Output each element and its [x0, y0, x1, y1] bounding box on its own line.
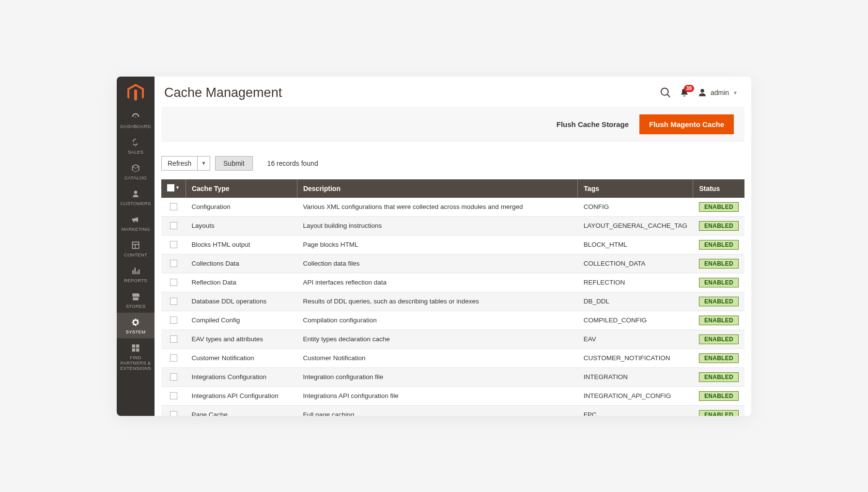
cell-cache-type: Page Cache — [186, 405, 297, 416]
sidebar-item-dashboard[interactable]: DASHBOARD — [117, 107, 155, 133]
cell-tags: INTEGRATION — [578, 367, 693, 386]
cell-cache-type: Integrations Configuration — [186, 367, 297, 386]
status-badge: ENABLED — [699, 372, 739, 382]
sidebar-item-sales[interactable]: SALES — [117, 133, 155, 159]
row-checkbox[interactable] — [170, 279, 177, 286]
sidebar-item-customers[interactable]: CUSTOMERS — [117, 184, 155, 210]
sidebar-item-stores[interactable]: STORES — [117, 287, 155, 313]
status-badge: ENABLED — [699, 259, 739, 269]
row-checkbox[interactable] — [170, 335, 177, 343]
cell-description: Integration configuration file — [297, 367, 577, 386]
cell-description: Collection data files — [297, 254, 577, 273]
row-checkbox[interactable] — [170, 260, 177, 267]
sidebar-item-label: SYSTEM — [119, 329, 153, 334]
cell-cache-type: Blocks HTML output — [186, 235, 297, 254]
cell-description: Full page caching — [297, 405, 577, 416]
sidebar-item-label: CONTENT — [119, 252, 153, 257]
select-all-checkbox[interactable] — [167, 184, 174, 191]
col-header-tags[interactable]: Tags — [578, 179, 693, 198]
cell-tags: REFLECTION — [578, 273, 693, 292]
magento-logo-icon — [127, 84, 144, 102]
sidebar-item-content[interactable]: CONTENT — [117, 236, 155, 261]
row-checkbox[interactable] — [170, 411, 177, 415]
sidebar-item-system[interactable]: SYSTEM — [117, 313, 155, 338]
cell-cache-type: Reflection Data — [186, 273, 297, 292]
col-header-description[interactable]: Description — [297, 179, 577, 198]
sidebar-item-marketing[interactable]: MARKETING — [117, 210, 155, 236]
chevron-down-icon[interactable]: ▼ — [198, 156, 210, 171]
cell-cache-type: Customer Notification — [186, 349, 297, 367]
cell-description: Integrations API configuration file — [297, 386, 577, 405]
cache-table-wrap: ▼ Cache Type Description Tags Status Con… — [155, 179, 751, 416]
table-row[interactable]: ConfigurationVarious XML configurations … — [161, 198, 744, 217]
cell-tags: COLLECTION_DATA — [578, 254, 693, 273]
row-checkbox[interactable] — [170, 373, 177, 381]
mass-action-select[interactable]: Refresh ▼ — [161, 156, 210, 171]
page-header: Cache Management 39 admin ▼ — [155, 77, 751, 107]
cell-tags: CONFIG — [578, 198, 693, 217]
mass-action-label[interactable]: Refresh — [161, 156, 198, 171]
table-row[interactable]: Customer NotificationCustomer Notificati… — [161, 349, 744, 367]
cell-tags: FPC — [578, 405, 693, 416]
table-row[interactable]: Page CacheFull page cachingFPCENABLED — [161, 405, 744, 416]
flush-cache-storage-button[interactable]: Flush Cache Storage — [557, 120, 629, 128]
header-actions: 39 admin ▼ — [660, 87, 738, 98]
table-row[interactable]: Blocks HTML outputPage blocks HTMLBLOCK_… — [161, 235, 744, 254]
table-row[interactable]: Integrations API ConfigurationIntegratio… — [161, 386, 744, 405]
cell-description: Entity types declaration cache — [297, 330, 577, 349]
cell-description: Customer Notification — [297, 349, 577, 367]
sidebar-item-reports[interactable]: REPORTS — [117, 261, 155, 287]
bars-icon — [131, 266, 140, 276]
flush-magento-cache-button[interactable]: Flush Magento Cache — [639, 114, 734, 134]
row-checkbox[interactable] — [170, 354, 177, 362]
sidebar-item-find-partners-extensions[interactable]: FIND PARTNERS & EXTENSIONS — [117, 338, 155, 375]
magento-logo[interactable] — [127, 77, 144, 107]
sidebar-item-label: REPORTS — [119, 278, 153, 283]
action-bar: Flush Cache Storage Flush Magento Cache — [161, 107, 744, 142]
col-header-type[interactable]: Cache Type — [186, 179, 297, 198]
notification-count: 39 — [684, 85, 694, 92]
status-badge: ENABLED — [699, 353, 739, 363]
megaphone-icon — [131, 215, 140, 224]
row-checkbox[interactable] — [170, 392, 177, 399]
gauge-icon — [131, 112, 140, 122]
sidebar-item-label: CUSTOMERS — [119, 201, 153, 206]
status-badge: ENABLED — [699, 297, 739, 306]
row-checkbox[interactable] — [170, 203, 177, 210]
col-header-status[interactable]: Status — [693, 179, 744, 198]
submit-button[interactable]: Submit — [215, 156, 253, 171]
user-menu[interactable]: admin ▼ — [698, 88, 738, 97]
app-frame: DASHBOARDSALESCATALOGCUSTOMERSMARKETINGC… — [117, 77, 751, 416]
cell-tags: EAV — [578, 330, 693, 349]
cell-cache-type: Compiled Config — [186, 311, 297, 330]
row-checkbox[interactable] — [170, 241, 177, 248]
status-badge: ENABLED — [699, 410, 739, 416]
cell-description: Various XML configurations that were col… — [297, 198, 577, 217]
table-row[interactable]: Reflection DataAPI interfaces reflection… — [161, 273, 744, 292]
row-checkbox[interactable] — [170, 298, 177, 305]
sidebar-item-label: FIND PARTNERS & EXTENSIONS — [119, 355, 153, 371]
cell-tags: INTEGRATION_API_CONFIG — [578, 386, 693, 405]
cell-cache-type: EAV types and attributes — [186, 330, 297, 349]
table-row[interactable]: LayoutsLayout building instructionsLAYOU… — [161, 216, 744, 235]
username: admin — [711, 89, 729, 96]
storefront-icon — [131, 292, 140, 302]
table-row[interactable]: Integrations ConfigurationIntegration co… — [161, 367, 744, 386]
row-checkbox[interactable] — [170, 317, 177, 324]
notifications-button[interactable]: 39 — [680, 88, 689, 97]
table-row[interactable]: Collections DataCollection data filesCOL… — [161, 254, 744, 273]
grid-toolbar: Refresh ▼ Submit 16 records found — [155, 142, 751, 179]
chevron-down-icon: ▼ — [733, 90, 738, 95]
status-badge: ENABLED — [699, 278, 739, 287]
user-icon — [698, 88, 707, 97]
box-icon — [131, 163, 140, 173]
status-badge: ENABLED — [699, 391, 739, 401]
row-checkbox[interactable] — [170, 222, 177, 229]
chevron-down-icon[interactable]: ▼ — [175, 185, 180, 190]
search-button[interactable] — [660, 87, 671, 98]
sidebar-item-catalog[interactable]: CATALOG — [117, 159, 155, 184]
table-row[interactable]: EAV types and attributesEntity types dec… — [161, 330, 744, 349]
col-header-select[interactable]: ▼ — [161, 179, 186, 198]
table-row[interactable]: Compiled ConfigCompilation configuration… — [161, 311, 744, 330]
table-row[interactable]: Database DDL operationsResults of DDL qu… — [161, 292, 744, 311]
